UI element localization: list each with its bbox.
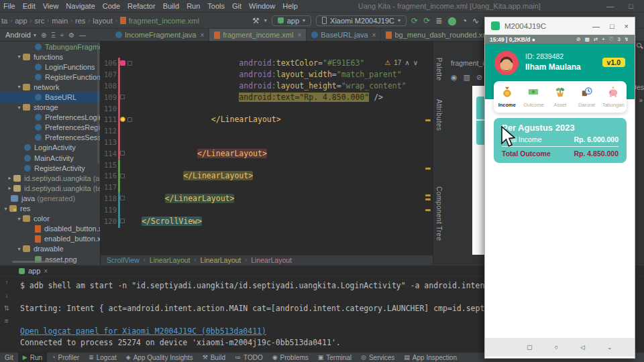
columns-icon[interactable]: ▥ [464, 73, 470, 82]
tree-item-id.septiyadi.uangkita[interactable]: ▸id.septiyadi.uangkita(andro [0, 173, 100, 183]
toolwindow-git[interactable]: Git [0, 353, 18, 362]
code-line[interactable]: 109 android:text="Rp. 4.850.000" /> [101, 91, 423, 103]
breadcrumb-item[interactable]: ta [1, 17, 7, 25]
menu-edit[interactable]: Edit [19, 2, 40, 10]
apply-changes-icon[interactable]: ⟳ [423, 16, 430, 25]
minimize-icon[interactable]: — [606, 2, 614, 10]
breadcrumb-item[interactable]: main [52, 17, 68, 25]
code-line[interactable]: 117 [101, 182, 423, 193]
tree-item-registeractivity[interactable]: RegisterActivity [0, 163, 100, 173]
toolwindow-app-inspection[interactable]: ▤App Inspection [399, 353, 462, 362]
toolwindow-build[interactable]: ⚒Build [198, 353, 230, 362]
collapse-all-icon[interactable]: Ξ [51, 32, 56, 39]
editor-tab[interactable]: IncomeFragment.java× [111, 29, 209, 41]
code-line[interactable]: 115 [101, 159, 423, 170]
chevron-down-icon[interactable]: ▾ [2, 206, 9, 212]
toolwindow-logcat[interactable]: ≣Logcat [84, 353, 121, 362]
menu-help[interactable]: Help [278, 2, 302, 10]
settings-icon[interactable]: ⚙ [68, 32, 74, 39]
settings-lines-icon[interactable]: ≡ [5, 317, 9, 324]
tree-item-loginactivity[interactable]: LoginActivity [0, 143, 100, 153]
tree-item-id.septiyadi.uangkita[interactable]: ▸id.septiyadi.uangkita(test) [0, 183, 100, 193]
eye-icon[interactable]: ◉ [451, 73, 458, 82]
app-menu-darurat[interactable]: Darurat [574, 81, 600, 113]
code-line[interactable]: 108 android:layout_height="wrap_content" [101, 80, 423, 92]
toolwindow-app-quality-insights[interactable]: ◈App Quality Insights [121, 353, 198, 362]
tree-item-preferencesregister[interactable]: PreferencesRegister [0, 123, 100, 133]
chevron-down-icon[interactable]: ▾ [15, 84, 23, 90]
device-mirror-window[interactable]: M2004J19C — □ × 15:49 | 0,2KB/d ● ⊘ ▦ ⇄ … [484, 17, 635, 359]
breadcrumb-item[interactable]: app [15, 17, 27, 25]
next-warning-icon[interactable]: ∨ [413, 59, 418, 66]
tree-item-res[interactable]: ▾res [0, 204, 100, 214]
tree-item-network[interactable]: ▾network [0, 82, 100, 92]
toolwindow-terminal[interactable]: ▣Terminal [313, 353, 356, 362]
soft-wrap-icon[interactable]: ⇅ [4, 304, 9, 312]
back-icon[interactable]: ◁ [580, 344, 585, 351]
tree-item-registerfunctions[interactable]: RegisterFunctions [0, 72, 100, 82]
warning-stripe-mark[interactable] [425, 168, 431, 170]
tree-item-java[interactable]: java(generated) [0, 193, 100, 203]
horizontal-scrollbar[interactable] [12, 261, 76, 263]
editor-tab[interactable]: BaseURL.java× [307, 29, 381, 41]
menu-code[interactable]: Code [99, 2, 124, 10]
code-line[interactable]: 114 </LinearLayout> [101, 147, 423, 159]
breadcrumb-item[interactable]: layout [93, 17, 112, 25]
tree-item-preferenceslogin[interactable]: PreferencesLogin [0, 113, 100, 123]
tool-tab-attributes[interactable]: Attributes [435, 99, 443, 131]
app-menu-outcome[interactable]: Outcome [521, 81, 547, 113]
xml-breadcrumb-item[interactable]: LinearLayout [251, 256, 292, 264]
breadcrumb-file[interactable]: fragment_income.xml [120, 17, 199, 25]
code-line[interactable]: 110 [101, 103, 423, 114]
inspection-widget[interactable]: ⚠ 17 ∧ ∨ [384, 59, 418, 66]
locate-icon[interactable]: ⊕ [41, 32, 46, 39]
chevron-right-icon[interactable]: ▸ [6, 175, 13, 181]
lightbulb-icon[interactable] [120, 117, 125, 122]
app-menu-tabungan[interactable]: Tabungan [600, 81, 627, 113]
tree-item-color[interactable]: ▾color [0, 214, 100, 224]
vertical-scrollbar[interactable] [97, 43, 99, 164]
menu-file[interactable]: File [0, 2, 19, 10]
chevron-right-icon[interactable]: ▸ [6, 185, 13, 191]
breakpoint-icon[interactable] [120, 60, 125, 66]
device-select[interactable]: Xiaomi M2004J19C ▾ [316, 15, 407, 26]
chevron-down-icon[interactable]: ▾ [15, 246, 23, 252]
maximize-icon[interactable]: □ [629, 2, 633, 10]
menu-navigate[interactable]: Navigate [62, 2, 99, 10]
scroll-up-icon[interactable]: ↑ [5, 279, 9, 286]
warning-stripe-mark[interactable] [425, 209, 431, 211]
warning-stripe-mark[interactable] [425, 119, 431, 121]
device-window-titlebar[interactable]: M2004J19C — □ × [485, 17, 635, 35]
menu-git[interactable]: Git [228, 2, 246, 10]
close-icon[interactable]: × [625, 22, 629, 30]
xml-breadcrumb-item[interactable]: LinearLayout [201, 256, 241, 264]
toolwindow-profiler[interactable]: ◔Profiler [47, 353, 84, 362]
tree-item-enabled_button.xml[interactable]: enabled_button.xml [0, 234, 100, 244]
menu-view[interactable]: View [39, 2, 63, 10]
search-icon[interactable] [637, 43, 641, 48]
scroll-down-icon[interactable]: ↓ [5, 292, 9, 299]
tree-item-mainactivity[interactable]: MainActivity [0, 153, 100, 163]
minimize-icon[interactable]: — [592, 22, 600, 30]
close-icon[interactable]: × [372, 32, 376, 39]
warning-stripe-mark[interactable] [425, 198, 431, 200]
code-line[interactable]: 106 android:textColor="#E91E63" [101, 58, 423, 69]
code-line[interactable]: 119 [101, 204, 423, 215]
code-line[interactable]: 120 </ScrollView> [101, 215, 423, 227]
project-view-select[interactable]: Android ▾ [5, 31, 36, 39]
maximize-icon[interactable]: □ [610, 22, 614, 30]
code-line[interactable]: 118 </LinearLayout> [101, 193, 423, 204]
chevrons-icon[interactable]: » [639, 97, 643, 104]
home-icon[interactable]: ○ [555, 344, 558, 351]
menu-refactor[interactable]: Refactor [123, 2, 160, 10]
hide-panel-icon[interactable]: — [79, 32, 86, 39]
code-line[interactable]: 107 android:layout_width="match_parent" [101, 69, 423, 80]
tool-tab-palette[interactable]: Palette [435, 58, 443, 81]
xml-breadcrumb-item[interactable]: LinearLayout [150, 256, 191, 264]
app-menu-asset[interactable]: Asset [547, 81, 574, 113]
chevron-down-icon[interactable]: ▾ [15, 105, 23, 111]
breadcrumb-item[interactable]: res [75, 17, 85, 25]
code-line[interactable]: 111 </LinearLayout> [101, 114, 423, 125]
editor-tab[interactable]: fragment_income.xml× [209, 29, 307, 41]
tree-item-tabunganfragment[interactable]: TabunganFragment [0, 42, 100, 52]
